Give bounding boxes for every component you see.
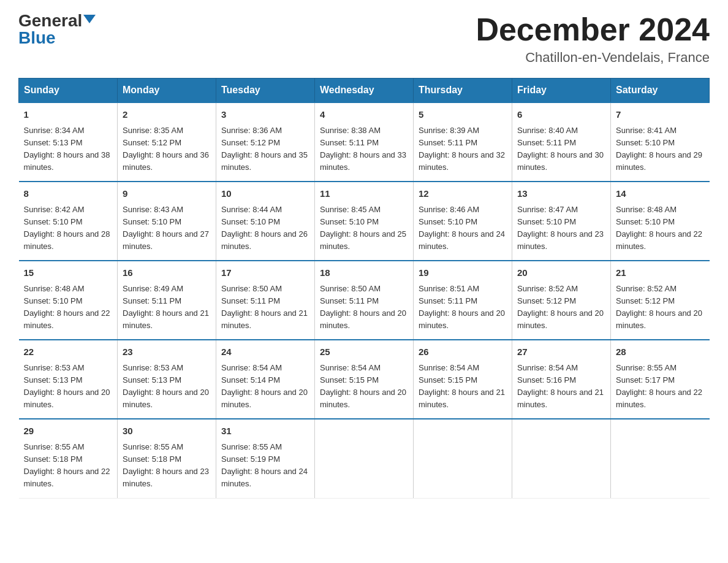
calendar-cell: 28Sunrise: 8:55 AMSunset: 5:17 PMDayligh… — [611, 340, 710, 419]
calendar-cell: 31Sunrise: 8:55 AMSunset: 5:19 PMDayligh… — [216, 419, 315, 498]
day-number: 24 — [221, 345, 309, 359]
day-info: Sunrise: 8:46 AMSunset: 5:10 PMDaylight:… — [419, 204, 507, 253]
calendar-cell: 5Sunrise: 8:39 AMSunset: 5:11 PMDaylight… — [414, 102, 512, 182]
calendar-cell: 18Sunrise: 8:50 AMSunset: 5:11 PMDayligh… — [315, 261, 414, 340]
calendar-cell: 21Sunrise: 8:52 AMSunset: 5:12 PMDayligh… — [611, 261, 710, 340]
day-number: 14 — [616, 187, 705, 201]
day-number: 4 — [320, 108, 408, 122]
column-header-wednesday: Wednesday — [315, 79, 414, 103]
day-info: Sunrise: 8:54 AMSunset: 5:16 PMDaylight:… — [517, 362, 605, 412]
day-number: 21 — [616, 266, 705, 280]
calendar-cell — [611, 419, 710, 498]
calendar-cell: 2Sunrise: 8:35 AMSunset: 5:12 PMDaylight… — [118, 102, 216, 182]
day-number: 11 — [320, 187, 408, 201]
day-number: 30 — [123, 424, 211, 439]
day-info: Sunrise: 8:45 AMSunset: 5:10 PMDaylight:… — [320, 204, 408, 253]
calendar-cell — [512, 419, 611, 498]
logo-blue: Blue — [18, 28, 56, 47]
day-info: Sunrise: 8:44 AMSunset: 5:10 PMDaylight:… — [221, 204, 309, 253]
calendar-cell: 11Sunrise: 8:45 AMSunset: 5:10 PMDayligh… — [315, 182, 414, 261]
calendar-table: SundayMondayTuesdayWednesdayThursdayFrid… — [18, 78, 710, 498]
day-number: 15 — [24, 266, 113, 280]
day-info: Sunrise: 8:55 AMSunset: 5:17 PMDaylight:… — [616, 362, 705, 412]
calendar-location: Chatillon-en-Vendelais, France — [476, 50, 710, 66]
day-number: 25 — [320, 345, 408, 359]
calendar-title: December 2024 — [476, 12, 710, 47]
day-info: Sunrise: 8:39 AMSunset: 5:11 PMDaylight:… — [419, 124, 507, 174]
day-number: 22 — [24, 345, 113, 359]
day-info: Sunrise: 8:55 AMSunset: 5:18 PMDaylight:… — [24, 441, 113, 491]
logo-general: General — [18, 12, 82, 29]
column-header-saturday: Saturday — [611, 79, 710, 103]
day-number: 10 — [221, 187, 309, 201]
day-number: 3 — [221, 108, 309, 122]
day-info: Sunrise: 8:51 AMSunset: 5:11 PMDaylight:… — [419, 283, 507, 332]
day-info: Sunrise: 8:54 AMSunset: 5:15 PMDaylight:… — [419, 362, 507, 412]
calendar-cell: 4Sunrise: 8:38 AMSunset: 5:11 PMDaylight… — [315, 102, 414, 182]
calendar-cell: 8Sunrise: 8:42 AMSunset: 5:10 PMDaylight… — [19, 182, 118, 261]
calendar-week-row: 1Sunrise: 8:34 AMSunset: 5:13 PMDaylight… — [19, 102, 710, 182]
calendar-week-row: 8Sunrise: 8:42 AMSunset: 5:10 PMDaylight… — [19, 182, 710, 261]
day-info: Sunrise: 8:55 AMSunset: 5:18 PMDaylight:… — [123, 441, 211, 491]
calendar-cell: 15Sunrise: 8:48 AMSunset: 5:10 PMDayligh… — [19, 261, 118, 340]
calendar-cell: 17Sunrise: 8:50 AMSunset: 5:11 PMDayligh… — [216, 261, 315, 340]
calendar-cell: 25Sunrise: 8:54 AMSunset: 5:15 PMDayligh… — [315, 340, 414, 419]
day-info: Sunrise: 8:42 AMSunset: 5:10 PMDaylight:… — [24, 204, 113, 253]
calendar-cell: 14Sunrise: 8:48 AMSunset: 5:10 PMDayligh… — [611, 182, 710, 261]
day-info: Sunrise: 8:53 AMSunset: 5:13 PMDaylight:… — [123, 362, 211, 412]
calendar-cell: 20Sunrise: 8:52 AMSunset: 5:12 PMDayligh… — [512, 261, 611, 340]
calendar-cell — [414, 419, 512, 498]
day-info: Sunrise: 8:43 AMSunset: 5:10 PMDaylight:… — [123, 204, 211, 253]
title-block: December 2024 Chatillon-en-Vendelais, Fr… — [476, 12, 710, 66]
column-header-thursday: Thursday — [414, 79, 512, 103]
day-info: Sunrise: 8:35 AMSunset: 5:12 PMDaylight:… — [123, 124, 211, 174]
day-info: Sunrise: 8:54 AMSunset: 5:14 PMDaylight:… — [221, 362, 309, 412]
calendar-cell — [315, 419, 414, 498]
day-number: 17 — [221, 266, 309, 280]
calendar-cell: 19Sunrise: 8:51 AMSunset: 5:11 PMDayligh… — [414, 261, 512, 340]
day-number: 23 — [123, 345, 211, 359]
column-header-tuesday: Tuesday — [216, 79, 315, 103]
calendar-cell: 9Sunrise: 8:43 AMSunset: 5:10 PMDaylight… — [118, 182, 216, 261]
day-info: Sunrise: 8:47 AMSunset: 5:10 PMDaylight:… — [517, 204, 605, 253]
day-number: 5 — [419, 108, 507, 122]
day-number: 8 — [24, 187, 113, 201]
logo: General Blue — [18, 12, 96, 47]
day-number: 31 — [221, 424, 309, 439]
day-number: 20 — [517, 266, 605, 280]
day-number: 13 — [517, 187, 605, 201]
calendar-week-row: 15Sunrise: 8:48 AMSunset: 5:10 PMDayligh… — [19, 261, 710, 340]
day-number: 28 — [616, 345, 705, 359]
day-info: Sunrise: 8:36 AMSunset: 5:12 PMDaylight:… — [221, 124, 309, 174]
calendar-cell: 13Sunrise: 8:47 AMSunset: 5:10 PMDayligh… — [512, 182, 611, 261]
day-info: Sunrise: 8:48 AMSunset: 5:10 PMDaylight:… — [616, 204, 705, 253]
column-header-friday: Friday — [512, 79, 611, 103]
day-info: Sunrise: 8:49 AMSunset: 5:11 PMDaylight:… — [123, 283, 211, 332]
day-number: 26 — [419, 345, 507, 359]
day-info: Sunrise: 8:41 AMSunset: 5:10 PMDaylight:… — [616, 124, 705, 174]
day-number: 9 — [123, 187, 211, 201]
calendar-cell: 16Sunrise: 8:49 AMSunset: 5:11 PMDayligh… — [118, 261, 216, 340]
day-info: Sunrise: 8:52 AMSunset: 5:12 PMDaylight:… — [616, 283, 705, 332]
calendar-header-row: SundayMondayTuesdayWednesdayThursdayFrid… — [19, 79, 710, 103]
day-number: 18 — [320, 266, 408, 280]
day-number: 19 — [419, 266, 507, 280]
calendar-cell: 7Sunrise: 8:41 AMSunset: 5:10 PMDaylight… — [611, 102, 710, 182]
day-number: 27 — [517, 345, 605, 359]
calendar-cell: 24Sunrise: 8:54 AMSunset: 5:14 PMDayligh… — [216, 340, 315, 419]
calendar-cell: 10Sunrise: 8:44 AMSunset: 5:10 PMDayligh… — [216, 182, 315, 261]
day-info: Sunrise: 8:48 AMSunset: 5:10 PMDaylight:… — [24, 283, 113, 332]
calendar-cell: 23Sunrise: 8:53 AMSunset: 5:13 PMDayligh… — [118, 340, 216, 419]
day-number: 2 — [123, 108, 211, 122]
day-info: Sunrise: 8:53 AMSunset: 5:13 PMDaylight:… — [24, 362, 113, 412]
day-info: Sunrise: 8:34 AMSunset: 5:13 PMDaylight:… — [24, 124, 113, 174]
calendar-cell: 29Sunrise: 8:55 AMSunset: 5:18 PMDayligh… — [19, 419, 118, 498]
calendar-cell: 22Sunrise: 8:53 AMSunset: 5:13 PMDayligh… — [19, 340, 118, 419]
day-info: Sunrise: 8:38 AMSunset: 5:11 PMDaylight:… — [320, 124, 408, 174]
page-header: General Blue December 2024 Chatillon-en-… — [18, 12, 710, 66]
calendar-cell: 1Sunrise: 8:34 AMSunset: 5:13 PMDaylight… — [19, 102, 118, 182]
day-number: 12 — [419, 187, 507, 201]
day-number: 7 — [616, 108, 705, 122]
calendar-cell: 27Sunrise: 8:54 AMSunset: 5:16 PMDayligh… — [512, 340, 611, 419]
day-info: Sunrise: 8:55 AMSunset: 5:19 PMDaylight:… — [221, 441, 309, 491]
